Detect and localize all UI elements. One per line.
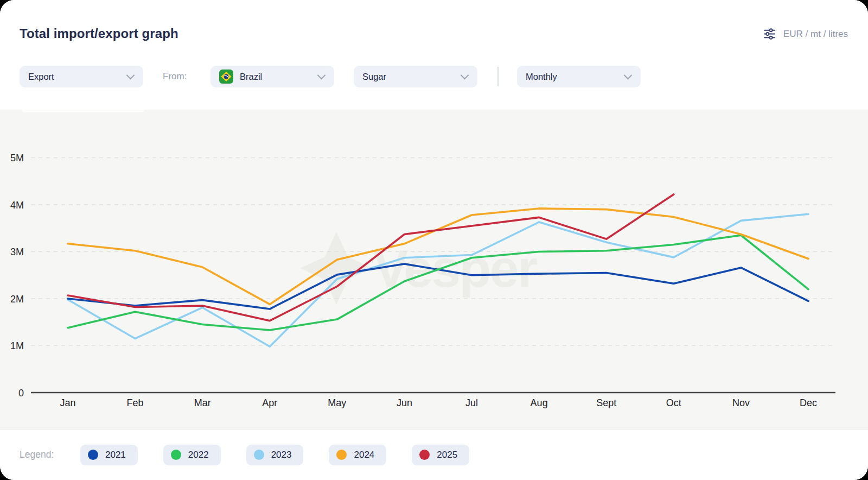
export-dropdown[interactable]: Export bbox=[20, 66, 143, 87]
filter-divider bbox=[497, 67, 499, 86]
legend-item-label: 2024 bbox=[354, 450, 374, 460]
x-tick-label: Oct bbox=[666, 397, 681, 408]
x-tick-label: Mar bbox=[194, 397, 211, 408]
series-dot-2023 bbox=[254, 450, 264, 460]
period-dropdown[interactable]: Monthly bbox=[517, 66, 641, 87]
line-chart[interactable]: Vesper5M4M3M2M1M0JanFebMarAprMayJunJulAu… bbox=[0, 110, 868, 429]
x-tick-label: Jun bbox=[397, 397, 412, 408]
page-title: Total import/export graph bbox=[20, 26, 178, 41]
series-dot-2021 bbox=[88, 450, 98, 460]
series-dot-2022 bbox=[171, 450, 181, 460]
sliders-icon bbox=[763, 27, 776, 41]
y-tick-label: 1M bbox=[10, 340, 24, 351]
series-dot-2024 bbox=[336, 450, 347, 460]
series-dot-2025 bbox=[419, 450, 430, 460]
brazil-flag-icon bbox=[219, 70, 233, 84]
x-tick-label: Dec bbox=[800, 397, 817, 408]
x-tick-label: May bbox=[328, 397, 346, 408]
import-export-card: Total import/export graph EUR / mt / lit… bbox=[0, 0, 868, 480]
legend-bar: Legend: 2021 2022 2023 2024 2025 bbox=[0, 429, 868, 480]
y-tick-label: 3M bbox=[10, 247, 24, 257]
units-label: EUR / mt / litres bbox=[783, 29, 848, 40]
y-tick-label: 2M bbox=[10, 294, 24, 305]
period-dropdown-value: Monthly bbox=[526, 72, 557, 82]
x-tick-label: Jan bbox=[60, 397, 75, 408]
y-tick-label: 0 bbox=[18, 388, 24, 399]
x-tick-label: Nov bbox=[732, 397, 750, 408]
chart-area: Vesper5M4M3M2M1M0JanFebMarAprMayJunJulAu… bbox=[0, 110, 868, 429]
product-dropdown-value: Sugar bbox=[362, 72, 386, 82]
x-tick-label: Sept bbox=[596, 397, 616, 408]
legend-item-label: 2023 bbox=[271, 450, 292, 460]
x-tick-label: Apr bbox=[262, 397, 277, 408]
y-tick-label: 5M bbox=[10, 153, 24, 163]
chevron-down-icon bbox=[126, 71, 135, 79]
chevron-down-icon bbox=[461, 71, 469, 79]
legend-item-label: 2025 bbox=[437, 450, 457, 460]
legend-item-label: 2022 bbox=[188, 450, 209, 460]
legend-item-label: 2021 bbox=[105, 450, 126, 460]
watermark-text: Vesper bbox=[373, 239, 537, 298]
from-label: From: bbox=[163, 66, 187, 87]
legend-label: Legend: bbox=[20, 449, 54, 460]
y-tick-label: 4M bbox=[10, 200, 24, 211]
units-control[interactable]: EUR / mt / litres bbox=[763, 27, 848, 41]
legend-item-2024[interactable]: 2024 bbox=[329, 445, 386, 465]
legend-items: 2021 2022 2023 2024 2025 bbox=[80, 445, 469, 465]
chevron-down-icon bbox=[317, 71, 326, 79]
product-dropdown[interactable]: Sugar bbox=[354, 66, 477, 87]
legend-item-2025[interactable]: 2025 bbox=[412, 445, 469, 465]
vesper-watermark: Vesper bbox=[300, 232, 537, 305]
x-tick-label: Jul bbox=[465, 397, 478, 408]
chevron-down-icon bbox=[624, 71, 633, 79]
card-header: Total import/export graph EUR / mt / lit… bbox=[0, 0, 868, 66]
legend-item-2022[interactable]: 2022 bbox=[163, 445, 221, 465]
legend-item-2021[interactable]: 2021 bbox=[80, 445, 138, 465]
legend-item-2023[interactable]: 2023 bbox=[246, 445, 304, 465]
origin-dropdown[interactable]: Brazil bbox=[210, 66, 334, 87]
x-tick-label: Feb bbox=[127, 397, 144, 408]
filter-row: Export From: Brazil Sugar Monthly bbox=[0, 66, 868, 87]
origin-dropdown-value: Brazil bbox=[240, 72, 262, 82]
export-dropdown-value: Export bbox=[28, 72, 54, 82]
x-tick-label: Aug bbox=[531, 397, 548, 408]
open-dropdown-notch bbox=[22, 110, 144, 112]
series-line-2025 bbox=[68, 194, 674, 321]
